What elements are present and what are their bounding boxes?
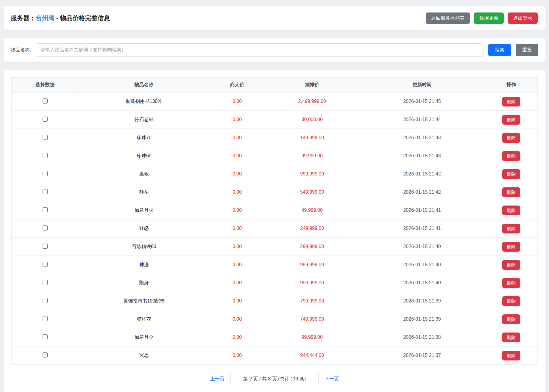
row-select-checkbox[interactable] [43, 189, 48, 194]
row-select-checkbox[interactable] [43, 262, 48, 267]
update-time-cell: 2026-01-15 21:40 [359, 274, 485, 292]
delete-button[interactable]: 删除 [502, 242, 520, 252]
page-title-suffix: - 物品价格完整信息 [54, 15, 110, 21]
column-header-item-name: 物品名称 [79, 78, 209, 92]
table-row: 制造指南书130斧 0.00 2,499,999.00 2026-01-15 2… [12, 92, 538, 111]
delete-button[interactable]: 删除 [502, 260, 520, 270]
delete-button[interactable]: 删除 [502, 133, 520, 143]
delete-button[interactable]: 删除 [502, 351, 520, 360]
merchant-price-cell: 0.00 [209, 219, 265, 238]
merchant-price-cell: 0.00 [209, 292, 265, 310]
stall-price-cell: 999,999.00 [265, 256, 359, 274]
stall-price-cell: 549,999.00 [265, 183, 359, 201]
row-select-checkbox[interactable] [43, 334, 48, 339]
search-field-label: 物品名称: [11, 47, 31, 53]
table-row: 冥思 0.00 944,444.00 2026-01-15 21:37 删除 [12, 346, 538, 365]
delete-button[interactable]: 删除 [502, 333, 520, 342]
header-bar: 服务器：台州湾 - 物品价格完整信息 返回服务器列表 数据更新 退出登录 [4, 6, 545, 30]
delete-button[interactable]: 删除 [502, 296, 520, 306]
stall-price-cell: 149,999.00 [265, 129, 359, 147]
update-time-cell: 2026-01-15 21:39 [359, 292, 485, 310]
column-header-stall-price: 摆摊价 [265, 78, 359, 92]
merchant-price-cell: 0.00 [209, 328, 265, 346]
row-select-checkbox[interactable] [43, 280, 48, 285]
row-select-checkbox[interactable] [43, 316, 48, 321]
update-time-cell: 2026-01-15 21:42 [359, 183, 485, 201]
update-time-cell: 2026-01-15 21:41 [359, 219, 485, 238]
update-time-cell: 2026-01-15 21:43 [359, 129, 485, 147]
stall-price-cell: 49,999.00 [265, 201, 359, 219]
item-name-cell: 百炼精铁80 [79, 238, 209, 256]
item-name-cell: 符石卷轴 [79, 111, 209, 129]
server-name-link[interactable]: 台州湾 [36, 15, 54, 21]
stall-price-cell: 799,999.00 [265, 292, 359, 310]
item-name-cell: 珍珠60 [79, 147, 209, 165]
update-time-cell: 2026-01-15 21:40 [359, 256, 485, 274]
row-select-checkbox[interactable] [43, 352, 48, 357]
table-row: 珍珠70 0.00 149,999.00 2026-01-15 21:43 删除 [12, 129, 538, 147]
stall-price-cell: 2,499,999.00 [265, 92, 359, 111]
item-name-cell: 狂怒 [79, 219, 209, 238]
table-row: 灵饰指南书100配饰 0.00 799,999.00 2026-01-15 21… [12, 292, 538, 310]
page-title: 服务器：台州湾 - 物品价格完整信息 [11, 14, 110, 22]
delete-button[interactable]: 删除 [502, 187, 520, 197]
update-time-cell: 2026-01-15 21:42 [359, 165, 485, 183]
column-header-update-time: 更新时间 [359, 78, 485, 92]
item-name-cell: 静岳 [79, 183, 209, 201]
item-name-cell: 糖桂花 [79, 310, 209, 328]
update-time-cell: 2026-01-15 21:39 [359, 310, 485, 328]
merchant-price-cell: 0.00 [209, 310, 265, 328]
stall-price-cell: 249,999.00 [265, 219, 359, 238]
row-select-checkbox[interactable] [43, 135, 48, 140]
reset-button[interactable]: 重置 [516, 44, 538, 56]
search-bar: 物品名称: 搜索 重置 [4, 38, 545, 62]
merchant-price-cell: 0.00 [209, 111, 265, 129]
table-row: 狂怒 0.00 249,999.00 2026-01-15 21:41 删除 [12, 219, 538, 238]
delete-button[interactable]: 删除 [502, 151, 520, 161]
data-refresh-button[interactable]: 数据更新 [474, 12, 504, 24]
pagination-info: 第 2 页 / 共 8 页 (总计 119 条) [243, 376, 306, 382]
delete-button[interactable]: 删除 [502, 224, 520, 233]
row-select-checkbox[interactable] [43, 244, 48, 249]
merchant-price-cell: 0.00 [209, 129, 265, 147]
row-select-checkbox[interactable] [43, 207, 48, 212]
table-row: 隐身 0.00 999,999.00 2026-01-15 21:40 删除 [12, 274, 538, 292]
delete-button[interactable]: 删除 [502, 97, 520, 106]
merchant-price-cell: 0.00 [209, 238, 265, 256]
delete-button[interactable]: 删除 [502, 314, 520, 324]
table-row: 百炼精铁80 0.00 299,999.00 2026-01-15 21:40 … [12, 238, 538, 256]
row-select-checkbox[interactable] [43, 171, 48, 176]
delete-button[interactable]: 删除 [502, 206, 520, 215]
back-to-server-list-button[interactable]: 返回服务器列表 [426, 12, 470, 24]
merchant-price-cell: 0.00 [209, 165, 265, 183]
next-page-button[interactable]: 下一页 [318, 373, 345, 385]
stall-price-cell: 99,999.00 [265, 147, 359, 165]
table-row: 静岳 0.00 549,999.00 2026-01-15 21:42 删除 [12, 183, 538, 201]
update-time-cell: 2026-01-15 21:41 [359, 201, 485, 219]
update-time-cell: 2026-01-15 21:45 [359, 92, 485, 111]
table-row: 如意丹火 0.00 49,999.00 2026-01-15 21:41 删除 [12, 201, 538, 219]
row-select-checkbox[interactable] [43, 153, 48, 158]
column-header-select: 选择数据 [12, 78, 79, 92]
item-name-search-input[interactable] [36, 43, 484, 57]
delete-button[interactable]: 删除 [502, 115, 520, 125]
delete-button[interactable]: 删除 [502, 169, 520, 179]
logout-button[interactable]: 退出登录 [508, 12, 538, 24]
row-select-checkbox[interactable] [43, 98, 48, 104]
item-name-cell: 神迹 [79, 256, 209, 274]
row-select-checkbox[interactable] [43, 225, 48, 231]
stall-price-cell: 99,999.00 [265, 328, 359, 346]
prev-page-button[interactable]: 上一页 [204, 373, 231, 385]
header-actions: 返回服务器列表 数据更新 退出登录 [426, 12, 538, 24]
delete-button[interactable]: 删除 [502, 278, 520, 288]
update-time-cell: 2026-01-15 21:44 [359, 111, 485, 129]
merchant-price-cell: 0.00 [209, 92, 265, 111]
table-row: 珍珠60 0.00 99,999.00 2026-01-15 21:43 删除 [12, 147, 538, 165]
stall-price-cell: 749,999.00 [265, 310, 359, 328]
table-row: 糖桂花 0.00 749,999.00 2026-01-15 21:39 删除 [12, 310, 538, 328]
update-time-cell: 2026-01-15 21:43 [359, 147, 485, 165]
row-select-checkbox[interactable] [43, 117, 48, 122]
search-button[interactable]: 搜索 [488, 44, 511, 56]
update-time-cell: 2026-01-15 21:37 [359, 346, 485, 365]
row-select-checkbox[interactable] [43, 298, 48, 303]
